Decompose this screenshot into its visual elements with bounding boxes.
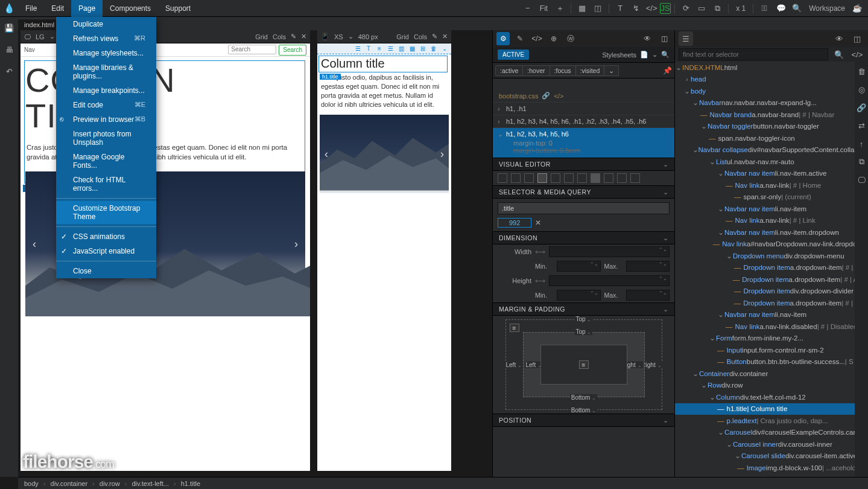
dimension-header[interactable]: DIMENSION⌄	[493, 231, 674, 245]
tree-node[interactable]: —p.leadtext | Cras justo odio, dap...	[675, 415, 868, 427]
swap-icon[interactable]: ⇄	[854, 118, 868, 133]
tree-node[interactable]: —Nav link a.nav-link | # | Home	[675, 179, 868, 191]
tree-node[interactable]: —Nav link a.nav-link.disabled | # | Disa…	[675, 321, 868, 333]
tool-3[interactable]	[524, 173, 534, 183]
code-icon[interactable]: </>	[530, 32, 543, 45]
pseudo-focus[interactable]: :focus	[550, 65, 576, 76]
tree-node[interactable]: —span.sr-only | (current)	[675, 191, 868, 203]
save-icon[interactable]: 💾	[2, 21, 16, 35]
code-tool-icon[interactable]: </>	[644, 1, 659, 16]
screenshot-icon[interactable]: ⧉	[710, 1, 724, 16]
search-button[interactable]: Search	[279, 45, 306, 56]
menu-components[interactable]: Components	[103, 0, 158, 17]
tool-8[interactable]	[591, 173, 600, 183]
wordpress-icon[interactable]: ⓦ	[564, 32, 577, 45]
code-icon[interactable]: </>	[850, 47, 864, 62]
tree-node[interactable]: —Nav link a#navbarDropdown.nav-link.drop…	[675, 238, 868, 251]
tree-node[interactable]: ⌄Navbar nav item li.nav-item	[675, 309, 868, 321]
menu-entry[interactable]: Insert photos from Unsplash	[56, 127, 156, 150]
media-query-value[interactable]: 992	[498, 218, 531, 228]
tree-node[interactable]: —h1.title | Column title	[675, 403, 868, 415]
hamburger-icon[interactable]: ☰	[386, 45, 394, 53]
pin-icon[interactable]: 📌	[663, 66, 672, 75]
edit-icon[interactable]: ✎	[291, 33, 296, 40]
chevron-down-icon[interactable]: ⌄	[652, 51, 657, 59]
grid-toggle[interactable]: Grid	[396, 33, 409, 40]
device-preview-icon[interactable]: ▭	[694, 1, 709, 16]
tree-node[interactable]: ⌄Navbar collapse div#navbarSupportedCont…	[675, 144, 868, 156]
tree-node[interactable]: —Dropdown item div.dropdown-divider	[675, 286, 868, 298]
tree-node[interactable]: —Input input.form-control.mr-sm-2	[675, 344, 868, 356]
menu-support[interactable]: Support	[158, 0, 198, 17]
menu-page[interactable]: Page	[71, 0, 103, 17]
menu-entry[interactable]: Edit code⌘E	[56, 98, 156, 112]
tree-node[interactable]: —Button button.btn.btn-outline-success..…	[675, 356, 868, 368]
js-tool-icon[interactable]: JS	[660, 3, 671, 14]
panel-icon[interactable]: ◫	[850, 31, 864, 46]
position-header[interactable]: POSITION⌄	[493, 414, 674, 427]
grid-toggle[interactable]: Grid	[255, 33, 268, 40]
refresh-icon[interactable]: ⟳	[679, 1, 693, 16]
css-rule[interactable]: ›h1, .h1	[493, 102, 674, 115]
tool-6[interactable]	[564, 173, 574, 183]
device-icon[interactable]: 📱	[321, 33, 329, 40]
breadcrumb-item[interactable]: div.container	[48, 480, 90, 487]
menu-entry[interactable]: Manage libraries & plugins...	[56, 60, 156, 83]
css-rule[interactable]: ›h1, h2, h3, h4, h5, h6, .h1, .h2, .h3, …	[493, 115, 674, 127]
page-preview-xs[interactable]: ☰ T ≡ ☰ ▥ ▦ ⊞ 🗑 ⌄ Column title h1.title …	[317, 43, 451, 471]
tree-node[interactable]: —Dropdown item a.dropdown-item | # | Sor	[675, 297, 868, 309]
menu-entry[interactable]: Refresh views⌘R	[56, 31, 156, 46]
coffee-icon[interactable]: ☕	[850, 1, 864, 16]
chevron-down-icon[interactable]: ⌄	[440, 45, 449, 53]
menu-edit[interactable]: Edit	[44, 0, 71, 17]
tree-node[interactable]: ⌄Dropdown menu div.dropdown-menu	[675, 250, 868, 262]
pseudo-visited[interactable]: :visited	[576, 65, 605, 76]
size-label[interactable]: XS	[334, 33, 343, 40]
height-input[interactable]	[549, 275, 670, 286]
tree-node[interactable]: —Dropdown item a.dropdown-item | # | Ano	[675, 273, 868, 286]
tool-9[interactable]	[604, 173, 613, 183]
width-max-input[interactable]	[626, 261, 670, 272]
width-input[interactable]	[549, 246, 670, 257]
breadcrumb-item[interactable]: div.row	[97, 480, 122, 487]
tool-10[interactable]	[617, 173, 627, 183]
grid-icon[interactable]: ▦	[408, 45, 416, 53]
trash-icon[interactable]: 🗑	[854, 64, 868, 78]
search-icon[interactable]: 🔍	[790, 1, 804, 16]
file-icon[interactable]: 📄	[640, 51, 648, 59]
columns-icon[interactable]: ▥	[397, 45, 405, 53]
tree-node[interactable]: ⌄Form form.form-inline.my-2...	[675, 333, 868, 345]
menu-entry[interactable]: Check for HTML errors...	[56, 173, 156, 196]
duplicate-icon[interactable]: ⧉	[854, 155, 868, 169]
tool-7[interactable]	[577, 173, 587, 183]
menu-entry[interactable]: Manage breakpoints...	[56, 83, 156, 98]
selector-input[interactable]	[498, 202, 670, 214]
edit-icon[interactable]: ✎	[432, 33, 437, 40]
close-icon[interactable]: ✕	[442, 33, 448, 40]
tree-node[interactable]: —Dropdown item a.dropdown-item | # | Act	[675, 262, 868, 274]
width-min-input[interactable]	[557, 261, 601, 272]
css-tool-icon[interactable]: ↯	[629, 1, 643, 16]
clear-mq-icon[interactable]: ✕	[535, 219, 541, 227]
brush-icon[interactable]: ✎	[513, 32, 527, 45]
carousel-prev-icon[interactable]: ‹	[33, 237, 36, 250]
menu-entry[interactable]: ⎋Preview in browser⌘B	[56, 112, 156, 127]
tree-node[interactable]: ⌄Carousel div#carouselExampleControls.ca…	[675, 427, 868, 439]
eye-icon[interactable]: 👁	[641, 32, 654, 45]
scale-factor[interactable]: x 1	[732, 4, 749, 13]
menu-file[interactable]: File	[18, 0, 44, 17]
tree-node[interactable]: ⌄Navbar nav.navbar.navbar-expand-lg...	[675, 97, 868, 109]
tree-node[interactable]: —Image img.d-block.w-100 | ...aceholders	[675, 462, 868, 474]
active-tab[interactable]: ACTIVE	[498, 50, 529, 60]
carousel-next-icon[interactable]: ›	[440, 148, 444, 161]
breadcrumb-item[interactable]: div.text-left...	[129, 480, 171, 487]
menu-entry[interactable]: ✓CSS animations	[56, 229, 156, 244]
carousel-prev-icon[interactable]: ‹	[325, 148, 328, 161]
visual-editor-header[interactable]: VISUAL EDITOR⌄	[493, 158, 674, 171]
tree-node[interactable]: ⌄List ul.navbar-nav.mr-auto	[675, 156, 868, 168]
add-icon[interactable]: ⊕	[547, 32, 560, 45]
menu-entry[interactable]: Close	[56, 264, 156, 278]
tree-node[interactable]: ⌄Navbar toggler button.navbar-toggler	[675, 121, 868, 133]
tree-node[interactable]: ›head	[675, 74, 868, 86]
tree-node[interactable]: ⌄Navbar nav item li.nav-item.active	[675, 168, 868, 180]
